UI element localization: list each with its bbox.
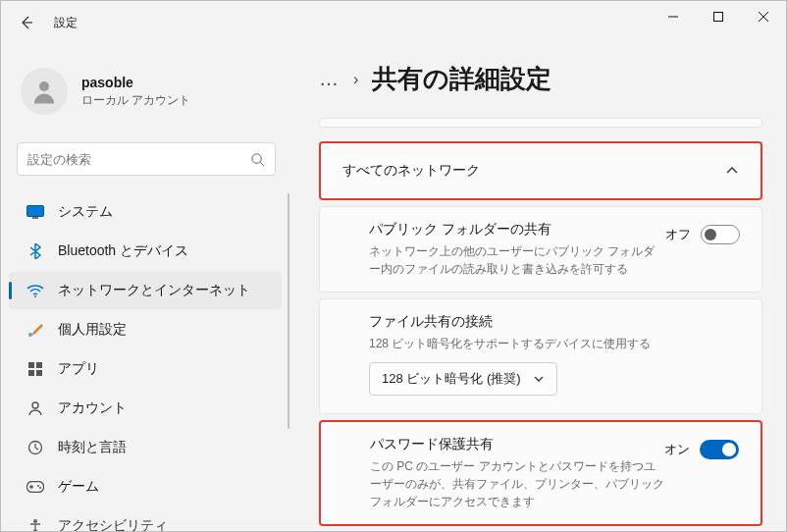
sidebar: pasoble ローカル アカウント システム Bluetooth とデバイス [1,44,291,531]
toggle-switch[interactable] [700,440,739,459]
svg-point-20 [33,519,37,523]
page-title: 共有の詳細設定 [372,62,551,96]
sidebar-item-system[interactable]: システム [9,193,282,231]
wifi-icon [26,282,44,299]
toggle-password-sharing[interactable]: オン [664,440,739,459]
svg-point-18 [37,485,39,487]
back-arrow-icon [19,15,34,30]
apps-icon [26,360,44,378]
svg-line-6 [260,162,264,166]
svg-rect-13 [28,370,34,376]
svg-rect-14 [36,370,42,376]
sidebar-item-time[interactable]: 時刻と言語 [9,429,282,466]
group-title: すべてのネットワーク [342,162,480,180]
group-header[interactable]: すべてのネットワーク [321,143,761,198]
toggle-switch[interactable] [701,225,740,244]
sidebar-label: システム [58,203,113,221]
search-box[interactable] [17,142,276,176]
chevron-down-icon [533,373,545,385]
svg-point-19 [39,487,41,489]
svg-point-15 [32,402,38,408]
sidebar-item-accessibility[interactable]: アクセシビリティ [9,507,282,531]
close-icon [759,12,768,22]
titlebar: 設定 [1,1,786,44]
encryption-dropdown[interactable]: 128 ビット暗号化 (推奨) [369,362,557,396]
setting-desc: ネットワーク上の他のユーザーにパブリック フォルダー内のファイルの読み取りと書き… [369,242,663,278]
brush-icon [26,321,44,339]
scrollbar[interactable] [288,193,289,429]
svg-point-9 [34,295,36,297]
setting-desc: この PC のユーザー アカウントとパスワードを持つユーザーのみが、共有ファイル… [370,457,664,510]
setting-title: ファイル共有の接続 [369,313,651,331]
chevron-up-icon [725,164,739,178]
avatar [21,68,68,115]
user-names: pasoble ローカル アカウント [81,75,190,109]
setting-title: パスワード保護共有 [370,436,664,453]
breadcrumb-overflow[interactable]: … [319,68,340,90]
previous-group-stub [319,118,762,128]
sidebar-label: アクセシビリティ [58,517,168,531]
sidebar-label: Bluetooth とデバイス [58,242,188,260]
main-content: … › 共有の詳細設定 すべてのネットワーク パブリック フォルダーの共有 ネッ… [291,44,786,531]
svg-rect-11 [28,362,34,368]
svg-rect-8 [32,217,38,219]
toggle-label: オン [664,441,690,458]
search-input[interactable] [27,152,250,167]
display-icon [26,203,44,221]
toggle-public-folder[interactable]: オフ [665,225,740,244]
sidebar-label: 時刻と言語 [58,439,127,456]
setting-file-share: ファイル共有の接続 128 ビット暗号化をサポートするデバイスに使用する 128… [319,298,762,414]
setting-title: パブリック フォルダーの共有 [369,221,663,239]
sidebar-item-personalization[interactable]: 個人用設定 [9,311,282,348]
user-subtext: ローカル アカウント [81,92,190,109]
minimize-icon [668,12,678,22]
game-icon [26,478,44,496]
person-icon [29,77,59,106]
back-button[interactable] [13,9,40,36]
maximize-button[interactable] [696,1,741,32]
user-name: pasoble [81,75,190,90]
group-all-networks: すべてのネットワーク [319,141,762,200]
dropdown-value: 128 ビット暗号化 (推奨) [382,370,521,388]
window-title: 設定 [54,15,78,31]
toggle-label: オフ [665,226,691,243]
sidebar-label: 個人用設定 [58,321,127,339]
sidebar-label: ネットワークとインターネット [58,282,250,299]
svg-rect-1 [714,13,723,22]
window-controls [651,1,786,32]
sidebar-item-apps[interactable]: アプリ [9,350,282,388]
accessibility-icon [26,517,44,531]
minimize-button[interactable] [651,1,696,32]
window-body: pasoble ローカル アカウント システム Bluetooth とデバイス [1,44,786,531]
setting-public-folder: パブリック フォルダーの共有 ネットワーク上の他のユーザーにパブリック フォルダ… [319,206,762,293]
sidebar-item-accounts[interactable]: アカウント [9,390,282,427]
svg-point-10 [28,333,32,337]
sidebar-item-bluetooth[interactable]: Bluetooth とデバイス [9,233,282,270]
setting-password-sharing: パスワード保護共有 この PC のユーザー アカウントとパスワードを持つユーザー… [319,420,762,526]
sidebar-label: ゲーム [58,478,99,496]
svg-rect-12 [36,362,42,368]
sidebar-item-game[interactable]: ゲーム [9,468,282,505]
close-button[interactable] [741,1,786,32]
user-block[interactable]: pasoble ローカル アカウント [1,52,291,134]
bluetooth-icon [26,242,44,260]
setting-desc: 128 ビット暗号化をサポートするデバイスに使用する [369,335,651,352]
clock-icon [26,439,44,456]
sidebar-label: アプリ [58,360,99,378]
chevron-right-icon: › [353,71,358,88]
sidebar-item-network[interactable]: ネットワークとインターネット [9,272,282,309]
maximize-icon [713,12,723,22]
account-icon [26,399,44,417]
svg-rect-7 [27,206,44,217]
nav-list: システム Bluetooth とデバイス ネットワークとインターネット 個人用設… [1,193,291,531]
sidebar-label: アカウント [58,399,127,417]
breadcrumb: … › 共有の詳細設定 [319,62,762,96]
settings-window: 設定 pasoble ローカル アカウント [0,0,787,532]
search-icon [250,152,265,167]
svg-point-4 [39,81,49,91]
svg-point-5 [252,153,261,162]
